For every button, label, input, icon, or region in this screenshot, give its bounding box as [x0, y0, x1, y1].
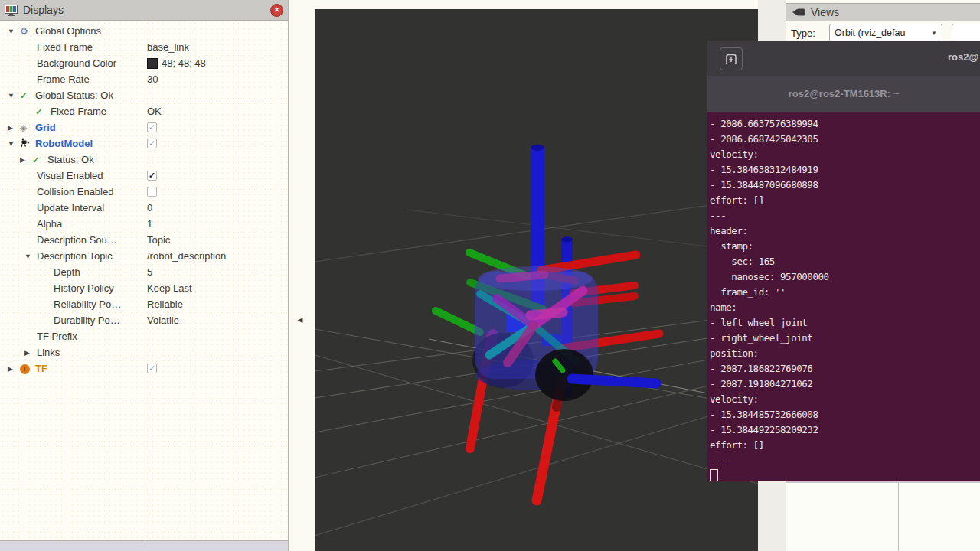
- expand-arrow-icon[interactable]: ▼: [8, 92, 20, 99]
- expand-arrow-icon[interactable]: ▶: [24, 349, 37, 357]
- display-tree-row[interactable]: ▶!TF✓: [0, 360, 288, 377]
- display-tree-row[interactable]: Visual Enabled✓: [0, 168, 288, 184]
- row-value-cell[interactable]: 5: [147, 264, 152, 280]
- expand-arrow-icon[interactable]: ▶: [20, 156, 32, 164]
- terminal-window-title: ros2@: [948, 51, 980, 63]
- display-tree-row[interactable]: Durability Po…Volatile: [0, 312, 288, 328]
- zero-button[interactable]: Ze: [952, 24, 980, 42]
- status-ok-check-icon: ✓: [35, 107, 51, 116]
- displays-panel-icon: [5, 5, 18, 16]
- close-icon[interactable]: ✕: [270, 4, 283, 17]
- terminal-titlebar[interactable]: ros2@: [707, 41, 980, 77]
- terminal-line: - 15.384638312484919: [710, 162, 980, 178]
- row-value-cell[interactable]: Volatile: [147, 312, 179, 328]
- row-checkbox[interactable]: ✓: [147, 171, 157, 181]
- display-tree-row[interactable]: ▼Description Topic/robot_description: [0, 248, 288, 264]
- row-value: OK: [147, 106, 162, 117]
- row-label: TF: [35, 363, 47, 374]
- terminal-line: name:: [710, 300, 980, 315]
- display-tree-row[interactable]: Frame Rate30: [0, 71, 288, 87]
- row-checkbox[interactable]: ✓: [147, 122, 157, 132]
- row-value: 0: [147, 202, 152, 214]
- views-list-divider: [898, 483, 899, 551]
- display-tree-row[interactable]: ▶✓Status: Ok: [0, 152, 288, 168]
- display-tree-row[interactable]: Depth5: [0, 264, 288, 280]
- expand-arrow-icon[interactable]: ▼: [8, 28, 20, 35]
- view-type-dropdown[interactable]: Orbit (rviz_defau ▼: [829, 24, 942, 42]
- row-value-cell[interactable]: 0: [147, 200, 152, 216]
- display-tree-row[interactable]: Update Interval0: [0, 200, 288, 216]
- panel-collapse-arrow-icon[interactable]: ◀: [296, 314, 305, 326]
- row-value-cell[interactable]: ✓: [147, 135, 157, 152]
- row-value-cell[interactable]: Topic: [147, 232, 170, 248]
- row-value-cell[interactable]: [147, 184, 157, 200]
- row-value-cell[interactable]: OK: [147, 103, 162, 119]
- views-list-area[interactable]: [786, 481, 980, 551]
- terminal-line: velocity:: [710, 392, 980, 407]
- display-tree-row[interactable]: History PolicyKeep Last: [0, 280, 288, 296]
- display-tree-row[interactable]: ▶Links: [0, 344, 288, 360]
- new-tab-icon: [725, 54, 737, 64]
- display-tree-row[interactable]: Fixed Framebase_link: [0, 39, 288, 55]
- view-type-label: Type:: [791, 28, 815, 39]
- terminal-line: - 2086.6687425042305: [710, 132, 980, 147]
- terminal-line: - 2087.191804271062: [710, 377, 980, 392]
- row-label: Visual Enabled: [37, 170, 103, 181]
- row-label: Background Color: [37, 57, 116, 69]
- display-tree-row[interactable]: Reliability Po…Reliable: [0, 296, 288, 312]
- display-tree-row[interactable]: Collision Enabled: [0, 184, 288, 200]
- new-tab-button[interactable]: [720, 47, 743, 70]
- row-value-cell[interactable]: /robot_description: [147, 248, 226, 264]
- terminal-line: - right_wheel_joint: [710, 331, 980, 346]
- terminal-line: ---: [710, 208, 980, 223]
- row-value: Topic: [147, 234, 170, 246]
- display-tree-row[interactable]: Background Color48; 48; 48: [0, 55, 288, 71]
- terminal-tab-title: ros2@ros2-TM1613R: ~: [789, 88, 900, 99]
- property-column-divider[interactable]: [145, 21, 145, 541]
- terminal-output[interactable]: - 2086.6637576389994- 2086.6687425042305…: [707, 112, 980, 481]
- robot-model-icon: [20, 138, 35, 149]
- row-value-cell[interactable]: 48; 48; 48: [147, 55, 206, 71]
- row-value-cell[interactable]: ✓: [147, 168, 157, 184]
- display-tree-row[interactable]: Alpha1: [0, 216, 288, 232]
- row-checkbox[interactable]: ✓: [147, 139, 157, 148]
- display-tree-row[interactable]: ▼RobotModel✓: [0, 135, 288, 152]
- row-checkbox[interactable]: [147, 187, 157, 197]
- row-label: Fixed Frame: [51, 106, 106, 117]
- grid-display-icon: ◈: [20, 123, 35, 132]
- row-value-cell[interactable]: Reliable: [147, 296, 183, 312]
- tf-warning-badge: !: [20, 364, 30, 374]
- expand-arrow-icon[interactable]: ▼: [24, 253, 37, 260]
- terminal-window[interactable]: ros2@ ros2@ros2-TM1613R: ~ - 2086.663757…: [707, 41, 980, 481]
- row-value-cell[interactable]: base_link: [147, 39, 189, 55]
- display-tree-row[interactable]: ✓Fixed FrameOK: [0, 103, 288, 119]
- displays-panel-header[interactable]: Displays ✕: [0, 0, 288, 21]
- 3d-viewport[interactable]: [315, 9, 758, 551]
- row-value-cell[interactable]: 1: [147, 216, 152, 232]
- row-value-cell[interactable]: 30: [147, 71, 158, 87]
- display-tree-row[interactable]: ▼⚙Global Options: [0, 23, 288, 39]
- expand-arrow-icon[interactable]: ▶: [8, 124, 20, 132]
- terminal-line: - 15.384492258209232: [710, 422, 980, 438]
- display-tree-row[interactable]: ▶◈Grid✓: [0, 119, 288, 135]
- row-checkbox[interactable]: ✓: [147, 364, 157, 373]
- row-value-cell[interactable]: ✓: [147, 360, 157, 377]
- views-panel-header[interactable]: Views: [786, 3, 980, 21]
- terminal-tab-bar[interactable]: ros2@ros2-TM1613R: ~: [707, 76, 980, 112]
- display-tree-row[interactable]: TF Prefix: [0, 328, 288, 344]
- row-value-cell[interactable]: Keep Last: [147, 280, 192, 296]
- display-tree-row[interactable]: ▼✓Global Status: Ok: [0, 87, 288, 103]
- terminal-line: effort: []: [710, 193, 980, 208]
- row-label: Links: [37, 347, 60, 358]
- expand-arrow-icon[interactable]: ▶: [8, 365, 20, 373]
- expand-arrow-icon[interactable]: ▼: [8, 140, 20, 148]
- row-label: TF Prefix: [37, 331, 77, 342]
- row-label: Fixed Frame: [37, 41, 93, 53]
- terminal-line: - 15.384487096680898: [710, 178, 980, 193]
- terminal-line: - left_wheel_joint: [710, 315, 980, 331]
- display-tree-row[interactable]: Description Sou…Topic: [0, 232, 288, 248]
- row-label: RobotModel: [35, 138, 93, 149]
- camera-icon: [792, 8, 805, 17]
- row-value-cell[interactable]: ✓: [147, 119, 157, 135]
- row-value: 1: [147, 218, 152, 230]
